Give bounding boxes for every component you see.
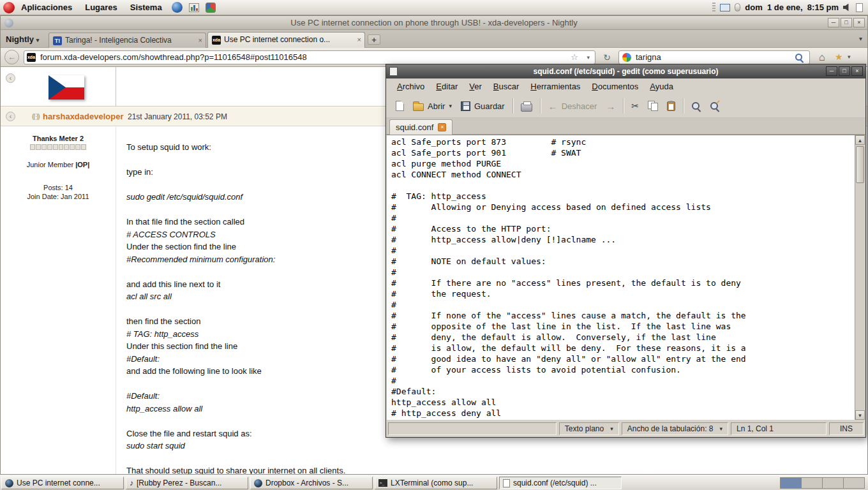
site-favicon[interactable]: xda bbox=[27, 53, 36, 62]
highlight-mode-selector[interactable]: Texto plano ▾ bbox=[559, 422, 619, 435]
cut-icon: ✂ bbox=[631, 101, 639, 111]
copy-button[interactable] bbox=[643, 96, 662, 115]
gedit-text-area[interactable]: acl Safe_ports port 873 # rsyncacl Safe_… bbox=[387, 135, 865, 420]
menu-archivo[interactable]: Archivo bbox=[391, 78, 430, 94]
tab-close-icon[interactable]: × bbox=[357, 33, 361, 47]
cut-button[interactable]: ✂ bbox=[627, 96, 643, 115]
document-tab-close-icon[interactable]: × bbox=[438, 123, 446, 131]
panel-tray: dom 1 de ene, 8:15 pm bbox=[712, 3, 868, 13]
taskbar-item[interactable]: >_LXTerminal (como sup... bbox=[375, 477, 497, 489]
taskbar-item[interactable]: ♪[Rubby Perez - Buscan... bbox=[126, 477, 248, 489]
back-button[interactable]: ← bbox=[4, 50, 19, 64]
document-tab[interactable]: squid.conf × bbox=[389, 119, 453, 135]
menu-lugares[interactable]: Lugares bbox=[79, 0, 124, 15]
redo-button[interactable]: → bbox=[601, 96, 620, 115]
url-bar[interactable]: xda forum.xda-developers.com/showthread.… bbox=[24, 50, 595, 64]
gedit-scrollbar[interactable]: ▲ ▼ bbox=[855, 135, 865, 420]
bookmarks-dropdown-icon[interactable]: ▾ bbox=[848, 50, 851, 64]
scroll-down-icon[interactable]: ▼ bbox=[855, 410, 865, 420]
url-text[interactable]: forum.xda-developers.com/showthread.php?… bbox=[40, 51, 307, 64]
search-input[interactable]: tarigna bbox=[636, 51, 661, 64]
workspace-2[interactable] bbox=[801, 477, 823, 489]
menu-documentos[interactable]: Documentos bbox=[586, 78, 644, 94]
search-icon[interactable] bbox=[795, 54, 804, 63]
close-button[interactable]: × bbox=[853, 18, 865, 27]
gedit-titlebar[interactable]: squid.conf (/etc/squid) - gedit (como su… bbox=[386, 64, 865, 78]
panel-grip[interactable] bbox=[712, 3, 715, 13]
home-button[interactable]: ⌂ bbox=[819, 50, 825, 64]
reload-button[interactable]: ↻ bbox=[601, 51, 613, 64]
find-button[interactable] bbox=[687, 96, 705, 115]
cursor-position: Ln 1, Col 1 bbox=[731, 422, 827, 435]
tab-close-icon[interactable]: × bbox=[198, 33, 202, 48]
browser-launcher-icon[interactable] bbox=[172, 2, 183, 13]
new-document-button[interactable] bbox=[391, 96, 408, 115]
code-line: # Allowing or Denying access based on de… bbox=[391, 202, 855, 212]
paste-button[interactable] bbox=[662, 96, 680, 115]
distro-logo-icon[interactable] bbox=[3, 2, 15, 13]
url-dropdown-icon[interactable]: ▾ bbox=[587, 51, 590, 64]
tab-width-selector[interactable]: Ancho de la tabulación: 8 ▾ bbox=[622, 422, 728, 435]
new-tab-button[interactable]: + bbox=[368, 34, 380, 45]
bookmarks-button[interactable]: ★ bbox=[835, 50, 843, 64]
redo-icon: → bbox=[606, 101, 615, 111]
menu-buscar[interactable]: Buscar bbox=[488, 78, 525, 94]
maximize-button[interactable]: □ bbox=[841, 18, 852, 27]
workspace-1[interactable] bbox=[780, 477, 802, 489]
system-monitor-icon[interactable] bbox=[189, 3, 199, 12]
list-all-tabs-icon[interactable]: ▾ bbox=[859, 35, 862, 42]
taskbar-item[interactable]: squid.conf (/etc/squid) ... bbox=[499, 477, 622, 489]
save-icon bbox=[461, 101, 470, 111]
replace-button[interactable] bbox=[705, 96, 724, 115]
minimize-button[interactable]: ─ bbox=[826, 66, 837, 76]
maximize-button[interactable]: □ bbox=[839, 66, 850, 76]
broadcast-icon: ((·)) bbox=[32, 107, 40, 126]
menu-herramientas[interactable]: Herramientas bbox=[525, 78, 586, 94]
gedit-code[interactable]: acl Safe_ports port 873 # rsyncacl Safe_… bbox=[387, 135, 855, 420]
code-line: # If none of the "access" lines cause a … bbox=[391, 310, 855, 321]
firefox-titlebar[interactable]: Use PC internet connection on phone thro… bbox=[1, 16, 867, 30]
chevron-down-icon: ▾ bbox=[719, 426, 722, 432]
code-line: # Access to the HTTP port: bbox=[391, 223, 855, 234]
first-unread-icon[interactable]: ‹ bbox=[6, 73, 15, 83]
network-monitor-icon[interactable] bbox=[720, 4, 730, 11]
file-icon bbox=[503, 479, 510, 487]
post-anchor-icon[interactable]: ‹ bbox=[6, 112, 15, 121]
input-device-icon[interactable] bbox=[735, 3, 740, 11]
print-button[interactable] bbox=[516, 96, 537, 115]
top-panel: Aplicaciones Lugares Sistema dom 1 de en… bbox=[0, 0, 868, 15]
clock[interactable]: dom 1 de ene, 8:15 pm bbox=[745, 3, 839, 12]
menu-ayuda[interactable]: Ayuda bbox=[644, 78, 679, 94]
minimize-button[interactable]: ─ bbox=[828, 18, 839, 27]
menu-ver[interactable]: Ver bbox=[463, 78, 488, 94]
volume-icon[interactable] bbox=[843, 4, 851, 11]
bookmark-star-icon[interactable]: ☆ bbox=[571, 51, 578, 64]
menu-aplicaciones[interactable]: Aplicaciones bbox=[15, 0, 79, 15]
save-button[interactable]: Guardar bbox=[456, 96, 509, 115]
close-button[interactable]: × bbox=[851, 66, 863, 76]
taskbar-item[interactable]: Dropbox - Archivos - S... bbox=[250, 477, 373, 489]
tab-taringa[interactable]: T! Taringa! - Inteligencia Colectiva × bbox=[49, 33, 206, 48]
scrollbar-thumb[interactable] bbox=[856, 146, 864, 183]
color-app-icon[interactable] bbox=[206, 3, 216, 13]
workspace-4[interactable] bbox=[843, 477, 865, 489]
firefox-window-controls: ─ □ × bbox=[828, 18, 865, 27]
thanks-meter-segment bbox=[53, 144, 58, 150]
scroll-up-icon[interactable]: ▲ bbox=[855, 135, 865, 145]
taskbar-item[interactable]: Use PC internet conne... bbox=[1, 477, 124, 489]
undo-button[interactable]: ← Deshacer bbox=[544, 96, 602, 115]
menu-sistema[interactable]: Sistema bbox=[124, 0, 168, 15]
code-line: # http_access allow|deny [!]aclname ... bbox=[391, 234, 855, 245]
search-bar[interactable]: tarigna bbox=[618, 50, 810, 64]
post-author-link[interactable]: harshaxdadeveloper bbox=[43, 107, 123, 126]
workspace-3[interactable] bbox=[822, 477, 844, 489]
post-date: 21st January 2011, 03:52 PM bbox=[128, 107, 227, 126]
post-author-sidebar: Thanks Meter 2 Junior Member |OP| Posts:… bbox=[1, 127, 116, 200]
open-button[interactable]: Abrir ▾ bbox=[408, 96, 456, 115]
gedit-window: squid.conf (/etc/squid) - gedit (como su… bbox=[385, 64, 866, 438]
notes-icon[interactable] bbox=[856, 3, 863, 12]
code-line: # opposite of the last line in the list.… bbox=[391, 321, 855, 332]
menu-editar[interactable]: Editar bbox=[430, 78, 463, 94]
firefox-app-menu-button[interactable]: Nightly ▾ bbox=[2, 33, 43, 46]
tab-xda-thread[interactable]: xda Use PC internet connection o... × bbox=[207, 32, 365, 48]
